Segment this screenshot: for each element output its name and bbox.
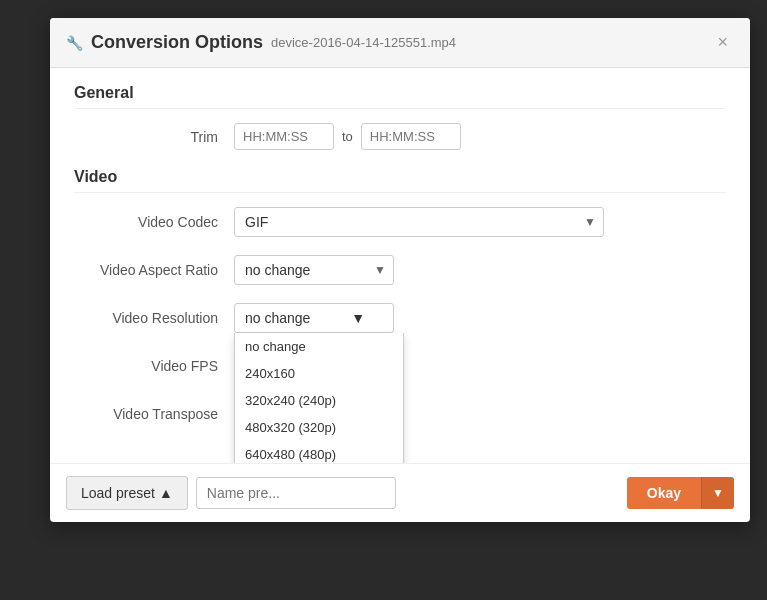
video-resolution-value: no change	[245, 310, 310, 326]
video-aspect-ratio-row: Video Aspect Ratio no change 4:3 16:9 1:…	[74, 255, 726, 285]
video-fps-label: Video FPS	[74, 358, 234, 374]
video-resolution-dropdown-list: no change 240x160 320x240 (240p) 480x320…	[234, 333, 404, 463]
preset-name-input[interactable]	[196, 477, 396, 509]
video-codec-select-wrapper: GIF MP4 WebM AVI ▼	[234, 207, 604, 237]
video-aspect-ratio-label: Video Aspect Ratio	[74, 262, 234, 278]
video-resolution-label: Video Resolution	[74, 310, 234, 326]
general-section-title: General	[74, 84, 726, 109]
video-resolution-dropdown[interactable]: no change ▼	[234, 303, 394, 333]
trim-row: Trim to	[74, 123, 726, 150]
okay-button[interactable]: Okay	[627, 477, 701, 509]
resolution-option-240x160[interactable]: 240x160	[235, 360, 403, 387]
resolution-option-480x320[interactable]: 480x320 (320p)	[235, 414, 403, 441]
okay-button-group: Okay ▼	[627, 477, 734, 509]
okay-dropdown-button[interactable]: ▼	[701, 477, 734, 509]
resolution-option-no-change[interactable]: no change	[235, 333, 403, 360]
video-codec-row: Video Codec GIF MP4 WebM AVI ▼	[74, 207, 726, 237]
resolution-option-320x240[interactable]: 320x240 (240p)	[235, 387, 403, 414]
modal-body: General Trim to Video Video Codec GIF	[50, 68, 750, 463]
modal-filename: device-2016-04-14-125551.mp4	[271, 35, 456, 50]
video-transpose-label: Video Transpose	[74, 406, 234, 422]
close-button[interactable]: ×	[711, 30, 734, 55]
load-preset-button[interactable]: Load preset ▲	[66, 476, 188, 510]
trim-start-input[interactable]	[234, 123, 334, 150]
trim-end-input[interactable]	[361, 123, 461, 150]
video-resolution-dropdown-container: no change ▼ no change 240x160 320x240 (2…	[234, 303, 394, 333]
video-section-title: Video	[74, 168, 726, 193]
modal-footer: Load preset ▲ Okay ▼	[50, 463, 750, 522]
conversion-options-modal: 🔧 Conversion Options device-2016-04-14-1…	[50, 18, 750, 522]
modal-title: Conversion Options	[91, 32, 263, 53]
video-resolution-row: Video Resolution no change ▼ no change 2…	[74, 303, 726, 333]
general-section: General Trim to	[74, 84, 726, 150]
resolution-option-640x480[interactable]: 640x480 (480p)	[235, 441, 403, 463]
video-resolution-selected[interactable]: no change ▼	[235, 304, 393, 332]
load-preset-label: Load preset	[81, 485, 155, 501]
video-section: Video Video Codec GIF MP4 WebM AVI ▼ Vid…	[74, 168, 726, 429]
load-preset-arrow-icon: ▲	[159, 485, 173, 501]
video-aspect-ratio-select-wrapper: no change 4:3 16:9 1:1 ▼	[234, 255, 394, 285]
trim-inputs: to	[234, 123, 461, 150]
modal-title-area: 🔧 Conversion Options device-2016-04-14-1…	[66, 32, 456, 53]
trim-to-label: to	[342, 129, 353, 144]
trim-label: Trim	[74, 129, 234, 145]
modal-header: 🔧 Conversion Options device-2016-04-14-1…	[50, 18, 750, 68]
video-codec-label: Video Codec	[74, 214, 234, 230]
wrench-icon: 🔧	[66, 35, 83, 51]
video-aspect-ratio-select[interactable]: no change 4:3 16:9 1:1	[234, 255, 394, 285]
video-codec-select[interactable]: GIF MP4 WebM AVI	[234, 207, 604, 237]
resolution-dropdown-arrow-icon: ▼	[351, 310, 365, 326]
